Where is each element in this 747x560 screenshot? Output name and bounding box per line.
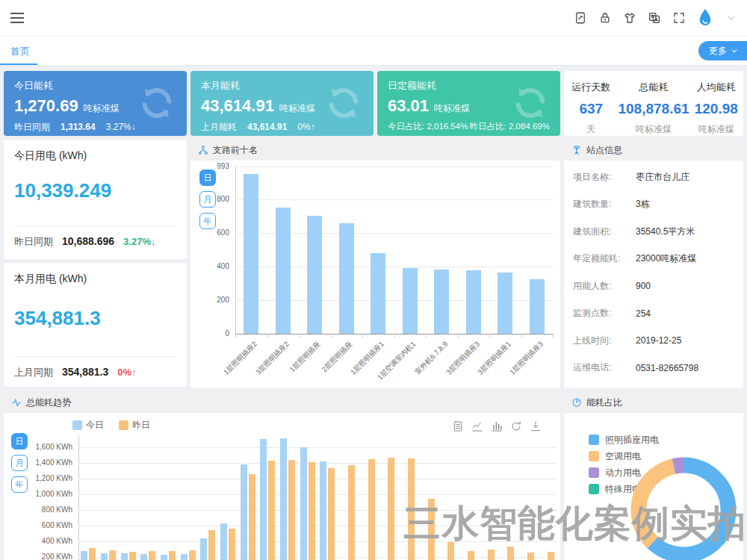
legend-item-今日[interactable]: 今日 [72,419,104,432]
trend-bar-today [121,553,128,560]
trend-bar-today [181,554,187,560]
branch-bar [498,273,512,334]
gridline [78,479,557,479]
kpi-value: 43,614.91 [201,96,274,115]
gridline [78,463,557,464]
refresh-icon[interactable] [510,420,522,432]
legend-label: 今日 [86,419,104,432]
legend-swatch [589,435,599,445]
y-axis-tick-label: 1,400 KWh [13,458,72,467]
gridline [78,541,557,542]
period-toggle-日[interactable]: 日 [199,169,216,186]
gridline [235,199,553,200]
tab-home[interactable]: 首页 [10,45,30,58]
kpi-card-month-energy: 本月能耗 43,614.91吨标准煤 上月能耗43,614.910%↑ [190,71,374,136]
topbar-icons [574,0,738,36]
data-view-icon[interactable] [452,420,464,432]
site-row-label: 监测点数: [573,307,628,320]
energy-share-panel: 能耗占比 照明插座用电空调用电动力用电特殊用电 [564,392,743,560]
recycle-icon [323,82,365,124]
trend-bar-yesterday [288,460,295,560]
recycle-icon [509,82,551,124]
site-row-value: 枣庄市台儿庄 [636,171,689,184]
signal-tower-icon [571,145,582,155]
branch-bar-chart: 02004006008009931层照明插座23层照明插座21层照明插座2层照明… [235,167,553,334]
card-title: 今日用电 (kWh) [14,140,176,163]
translate-icon[interactable] [648,11,661,25]
tab-active-underline [0,63,37,65]
trend-bar-yesterday [309,462,315,560]
branch-bar [530,279,545,334]
site-row-value: 23000吨标准煤 [636,252,696,265]
pulse-line-icon [11,397,22,408]
stat-running-days: 运行天数 637 天 [564,71,618,136]
trend-bar-today [140,554,147,560]
site-row-value: 35540.5平方米 [636,225,695,238]
more-button[interactable]: 更多 [698,41,747,60]
menu-toggle-icon[interactable] [10,13,24,23]
x-axis-tick [489,334,490,337]
trend-bar-yesterday [507,547,514,560]
kpi-footer-delta: 3.27%↓ [106,122,136,132]
lock-icon[interactable] [598,11,612,25]
user-menu-chevron-icon[interactable] [725,11,738,25]
y-axis-tick-label: 400 KWh [13,537,72,545]
trend-bar-yesterday [208,530,215,560]
branch-bar [434,270,449,334]
gridline [78,447,557,448]
trend-bar-yesterday [408,458,415,560]
trend-bar-yesterday [189,550,196,560]
gridline [235,167,553,167]
trend-bar-yesterday [109,550,116,560]
site-info-panel: 站点信息 项目名称:枣庄市台儿庄建筑数量:3栋建筑面积:35540.5平方米年定… [564,140,743,388]
trend-bar-yesterday [428,499,435,560]
today-electricity-card: 今日用电 (kWh) 10,339.249 昨日同期10,688.6963.27… [4,140,187,259]
panel-header: 总能耗趋势 [4,392,560,413]
trend-bar-today [101,553,108,560]
branch-bar [244,174,258,334]
y-axis-tick-label: 1,600 KWh [13,443,72,451]
bar-chart-toggle-icon[interactable] [491,420,503,432]
maintenance-log-icon[interactable] [574,11,587,25]
line-chart-toggle-icon[interactable] [471,420,483,432]
trend-bar-yesterday [348,465,355,560]
kpi-value: 63.01 [388,96,429,115]
trend-bar-yesterday [368,459,375,560]
x-axis-tick [362,334,363,337]
site-row-value: 900 [636,281,651,291]
kpi-unit: 吨标准煤 [84,103,120,113]
kpi-footer-today-share: 今日占比: 2,016.54% [388,121,468,132]
top-bar [0,0,747,36]
kpi-card-today-energy: 今日能耗 1,270.69吨标准煤 昨日同期1,313.643.27%↓ [4,71,187,136]
site-row-label: 建筑数量: [573,198,628,211]
fullscreen-icon[interactable] [672,11,686,25]
y-axis-tick-label: 800 [170,195,229,203]
month-electricity-card: 本月用电 (kWh) 354,881.3 上月同期354,881.30%↑ [4,263,187,387]
x-axis-tick [267,334,268,337]
legend-swatch [119,420,128,430]
legend-swatch [72,420,82,430]
x-axis-tick [331,334,332,337]
site-row-value: 254 [636,308,651,319]
y-axis-line [235,167,236,337]
panel-header: 站点信息 [564,140,743,161]
site-stats-panel: 运行天数 637 天 总能耗 108,878.61 吨标准煤 人均能耗 120.… [564,71,743,136]
site-info-row: 项目名称:枣庄市台儿庄 [564,164,743,191]
footer-delta: 3.27%↓ [123,236,155,247]
period-toggle-年[interactable]: 年 [199,213,216,229]
footer-label: 上月同期 [14,367,53,378]
trend-bar-yesterday [548,552,554,560]
site-row-value: 3栋 [636,198,650,211]
kpi-footer-delta: 0%↑ [297,122,314,132]
download-icon[interactable] [530,420,542,432]
pie-legend-item-照明插座用电[interactable]: 照明插座用电 [589,432,659,448]
trend-bar-yesterday [89,548,96,560]
recycle-icon [136,82,178,124]
x-axis-tick [458,334,459,337]
x-axis-tick [426,334,427,337]
kpi-unit: 吨标准煤 [279,103,315,113]
theme-skin-icon[interactable] [623,11,636,25]
legend-item-昨日[interactable]: 昨日 [119,419,150,432]
kpi-footer-value: 43,614.91 [247,122,287,132]
kpi-value: 1,270.69 [14,96,78,115]
